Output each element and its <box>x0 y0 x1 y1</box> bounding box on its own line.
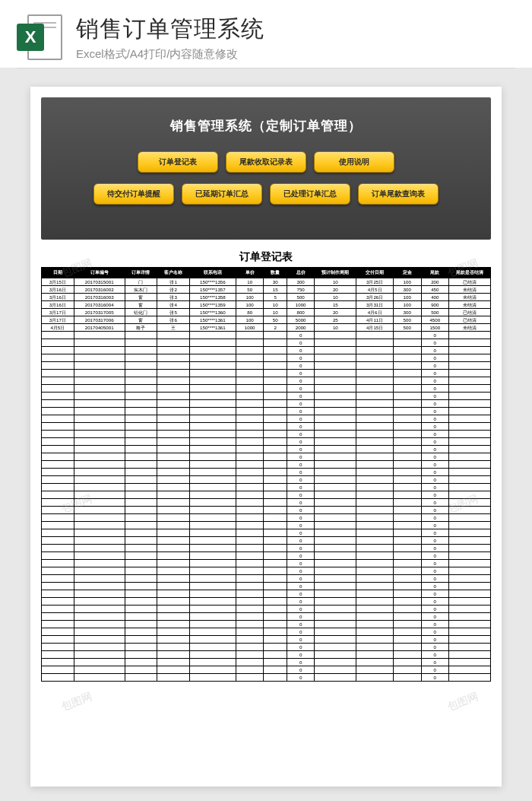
table-cell <box>315 590 356 597</box>
table-cell <box>264 597 287 605</box>
table-cell: 0 <box>287 392 315 399</box>
table-cell: 0 <box>287 339 315 346</box>
table-cell <box>42 513 74 521</box>
table-cell <box>42 567 74 574</box>
table-cell: 50 <box>236 285 264 293</box>
table-cell <box>189 597 236 605</box>
table-cell <box>42 597 74 605</box>
table-cell <box>157 544 190 551</box>
nav-button[interactable]: 使用说明 <box>314 151 394 173</box>
table-cell: 0 <box>421 521 449 529</box>
nav-button[interactable]: 已处理订单汇总 <box>270 183 350 205</box>
table-cell <box>157 331 190 339</box>
table-cell <box>264 369 287 377</box>
table-cell <box>315 369 356 377</box>
table-cell: 10 <box>315 323 356 331</box>
table-cell <box>315 506 356 513</box>
table-cell <box>157 582 190 590</box>
table-cell <box>157 384 190 392</box>
table-cell <box>315 460 356 468</box>
table-cell <box>264 354 287 361</box>
table-row: 00 <box>42 430 491 437</box>
table-cell <box>264 551 287 559</box>
table-cell <box>356 513 394 521</box>
watermark: 包图网 <box>59 690 94 714</box>
table-cell <box>74 582 125 590</box>
nav-button[interactable]: 订单尾款查询表 <box>358 183 439 205</box>
nav-button[interactable]: 待交付订单提醒 <box>93 183 174 205</box>
table-cell <box>393 460 421 468</box>
table-cell <box>74 612 125 620</box>
table-cell <box>74 635 125 643</box>
table-cell: 20170317005 <box>74 308 125 316</box>
table-cell <box>356 491 394 498</box>
table-cell <box>393 399 421 407</box>
table-cell <box>449 430 491 437</box>
table-cell: 0 <box>421 574 449 582</box>
table-cell <box>356 506 394 513</box>
table-cell <box>74 339 125 346</box>
table-cell <box>74 453 125 460</box>
table-cell <box>264 529 287 536</box>
table-cell <box>189 430 236 437</box>
table-row: 00 <box>42 506 491 513</box>
table-cell <box>157 361 190 369</box>
table-cell <box>264 658 287 666</box>
table-row: 00 <box>42 521 491 529</box>
table-cell: 0 <box>421 354 449 361</box>
table-cell <box>42 628 74 635</box>
table-cell <box>449 384 491 392</box>
table-cell: 10 <box>264 308 287 316</box>
table-cell: 10 <box>264 300 287 308</box>
table-cell <box>157 673 190 681</box>
table-cell: 0 <box>421 437 449 445</box>
table-cell <box>264 605 287 612</box>
table-cell <box>264 506 287 513</box>
table-cell <box>125 392 157 399</box>
table-cell <box>157 612 190 620</box>
table-cell: 0 <box>421 529 449 536</box>
table-cell: 100 <box>236 300 264 308</box>
table-cell <box>356 415 394 422</box>
nav-button[interactable]: 尾款收取记录表 <box>226 151 306 173</box>
table-cell: 0 <box>421 384 449 392</box>
table-cell <box>449 544 491 551</box>
table-cell <box>42 643 74 650</box>
table-cell <box>42 460 74 468</box>
table-cell <box>315 498 356 506</box>
table-cell: 150****1357 <box>189 285 236 293</box>
table-cell <box>157 590 190 597</box>
table-cell <box>42 369 74 377</box>
table-cell <box>74 620 125 628</box>
table-cell: 0 <box>287 498 315 506</box>
table-cell <box>393 658 421 666</box>
table-cell: 10 <box>315 278 356 285</box>
table-cell <box>264 536 287 544</box>
table-cell: 0 <box>287 407 315 415</box>
table-cell: 未结清 <box>449 300 491 308</box>
table-cell <box>157 392 190 399</box>
table-cell <box>393 612 421 620</box>
table-cell <box>356 483 394 491</box>
table-cell <box>189 521 236 529</box>
table-cell <box>449 498 491 506</box>
table-cell <box>236 582 264 590</box>
table-cell: 1000 <box>287 300 315 308</box>
table-cell <box>236 559 264 567</box>
table-cell: 0 <box>287 513 315 521</box>
table-cell <box>42 551 74 559</box>
table-cell <box>236 574 264 582</box>
table-cell <box>189 551 236 559</box>
table-cell <box>264 392 287 399</box>
table-cell <box>74 536 125 544</box>
table-cell: 王 <box>157 323 190 331</box>
table-cell <box>393 468 421 475</box>
table-cell <box>356 582 394 590</box>
table-cell: 3月16日 <box>42 285 74 293</box>
table-row: 00 <box>42 658 491 666</box>
table-cell <box>74 475 125 483</box>
table-cell <box>449 628 491 635</box>
nav-button[interactable]: 已延期订单汇总 <box>182 183 262 205</box>
table-cell <box>236 658 264 666</box>
nav-button[interactable]: 订单登记表 <box>138 151 218 173</box>
